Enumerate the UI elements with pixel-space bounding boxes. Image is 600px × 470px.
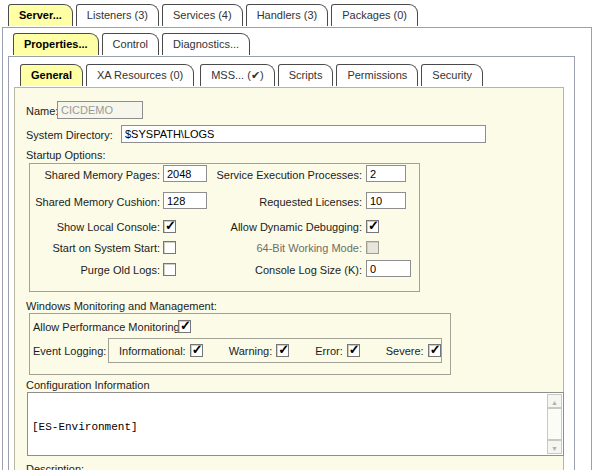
textarea-scrollbar[interactable] — [547, 394, 562, 454]
severe-checkbox[interactable] — [428, 344, 441, 357]
server-tabs: Server... Listeners (3) Services (4) Han… — [8, 4, 418, 26]
show-local-console-label: Show Local Console: — [26, 221, 160, 234]
tab-control[interactable]: Control — [102, 33, 159, 55]
64bit-working-mode-checkbox — [366, 241, 379, 254]
allow-dynamic-debugging-checkbox[interactable] — [366, 220, 379, 233]
purge-old-logs-checkbox[interactable] — [163, 263, 176, 276]
name-input — [57, 101, 143, 119]
configuration-information-label: Configuration Information — [26, 379, 150, 392]
tab-server[interactable]: Server... — [8, 4, 73, 26]
event-logging-groupbox: Informational: Warning: Error: Severe: — [108, 338, 442, 363]
system-directory-label: System Directory: — [26, 129, 113, 142]
show-local-console-checkbox[interactable] — [163, 220, 176, 233]
warning-label: Warning: — [229, 345, 273, 357]
name-label: Name: — [26, 105, 58, 118]
allow-dynamic-debugging-label: Allow Dynamic Debugging: — [180, 221, 362, 234]
tab-handlers[interactable]: Handlers (3) — [246, 4, 329, 26]
tab-packages[interactable]: Packages (0) — [331, 4, 418, 26]
tab-listeners[interactable]: Listeners (3) — [76, 4, 159, 26]
informational-label: Informational: — [119, 345, 186, 357]
startup-options-label: Startup Options: — [26, 149, 106, 162]
start-on-system-start-label: Start on System Start: — [26, 242, 160, 255]
error-checkbox[interactable] — [347, 344, 360, 357]
shared-memory-pages-label: Shared Memory Pages: — [26, 169, 160, 182]
description-label: Description: — [26, 463, 84, 470]
error-label: Error: — [315, 345, 343, 357]
system-directory-input[interactable] — [121, 125, 486, 143]
service-execution-processes-input[interactable] — [366, 165, 406, 182]
tab-xa-resources[interactable]: XA Resources (0) — [86, 64, 194, 86]
scrollbar-thumb[interactable] — [547, 408, 562, 440]
scroll-up-icon[interactable] — [547, 394, 562, 408]
allow-performance-monitoring-checkbox[interactable] — [178, 320, 191, 333]
event-logging-label: Event Logging: — [33, 345, 106, 358]
informational-checkbox[interactable] — [190, 344, 203, 357]
tab-permissions[interactable]: Permissions — [336, 64, 418, 86]
start-on-system-start-checkbox[interactable] — [163, 241, 176, 254]
tab-general[interactable]: General — [20, 64, 83, 86]
tab-diagnostics[interactable]: Diagnostics... — [162, 33, 250, 55]
console-log-size-input[interactable] — [366, 260, 411, 277]
properties-tabs: Properties... Control Diagnostics... — [13, 33, 250, 55]
tab-services[interactable]: Services (4) — [162, 4, 243, 26]
general-tabs: General XA Resources (0) MSS... (✔) Scri… — [20, 64, 483, 86]
windows-monitoring-label: Windows Monitoring and Management: — [26, 300, 217, 313]
scroll-down-icon[interactable] — [547, 440, 562, 454]
configuration-information-text: [ES-Environment] SYSPATH=D:DEMO2ES_CICS … — [32, 395, 543, 456]
requested-licenses-label: Requested Licenses: — [180, 196, 362, 209]
tab-properties[interactable]: Properties... — [13, 33, 99, 55]
configuration-information-textarea[interactable]: [ES-Environment] SYSPATH=D:DEMO2ES_CICS … — [27, 392, 564, 456]
service-execution-processes-label: Service Execution Processes: — [180, 169, 362, 182]
console-log-size-label: Console Log Size (K): — [180, 264, 362, 277]
server-properties-general-page: Server... Listeners (3) Services (4) Han… — [0, 0, 600, 470]
tab-security[interactable]: Security — [421, 64, 483, 86]
warning-checkbox[interactable] — [276, 344, 289, 357]
tab-mss[interactable]: MSS... (✔) — [200, 64, 275, 86]
requested-licenses-input[interactable] — [366, 192, 406, 209]
severe-label: Severe: — [386, 345, 424, 357]
allow-performance-monitoring-label: Allow Performance Monitoring: — [33, 321, 183, 334]
tab-scripts[interactable]: Scripts — [278, 64, 334, 86]
shared-memory-cushion-label: Shared Memory Cushion: — [26, 196, 160, 209]
purge-old-logs-label: Purge Old Logs: — [26, 264, 160, 277]
64bit-working-mode-label: 64-Bit Working Mode: — [180, 242, 362, 255]
